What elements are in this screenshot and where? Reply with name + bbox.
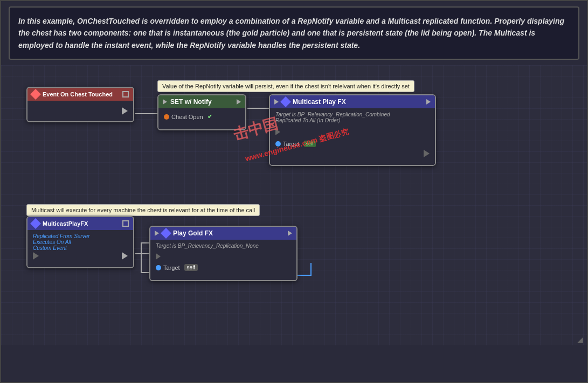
- playgold-target-pin: Target self: [156, 264, 291, 271]
- node-play-gold-fx[interactable]: Play Gold FX Target is BP_Relevancy_Repl…: [149, 226, 298, 281]
- node-multicast-title: Multicast Play FX: [293, 98, 346, 106]
- multicast2-line1: Replicated From Server: [33, 233, 128, 239]
- node-multicast2-header: MulticastPlayFX: [27, 217, 133, 230]
- node-set-exec-in: [163, 99, 167, 105]
- tooltip-repnotify: Value of the RepNotify variable will per…: [157, 80, 414, 92]
- node-set-body: Chest Open ✔: [158, 108, 245, 129]
- multicast2-square-icon: [122, 220, 129, 227]
- playgold-exec-out: [288, 231, 292, 236]
- node-event-body: [27, 101, 133, 121]
- node-multicast-play-fx-2[interactable]: MulticastPlayFX Replicated From Server E…: [26, 216, 134, 268]
- description-box: In this example, OnChestTouched is overr…: [9, 6, 579, 60]
- multicast2-exec-in: [33, 252, 39, 262]
- node-multicast-header: Multicast Play FX: [270, 95, 435, 108]
- node-multicast2-title: MulticastPlayFX: [43, 220, 88, 227]
- node-multicast-body: Target is BP_Relevancy_Replication_Combi…: [270, 108, 435, 165]
- resize-handle[interactable]: ◢: [577, 336, 585, 343]
- node-playgold-header: Play Gold FX: [150, 227, 296, 240]
- pin-target-dot2: [156, 265, 161, 270]
- pin-chest-dot: [164, 114, 169, 120]
- multicast-subtitle2: Replicated To All (In Order): [275, 117, 430, 123]
- description-text: In this example, OnChestTouched is overr…: [18, 15, 570, 51]
- multicast-exec-row: [275, 128, 430, 137]
- event-diamond-icon: [30, 89, 41, 100]
- main-container: In this example, OnChestTouched is overr…: [0, 0, 588, 383]
- playgold-subtitle: Target is BP_Relevancy_Replication_None: [156, 243, 291, 249]
- exec-arrow2-icon: [122, 252, 128, 260]
- node-playgold-title: Play Gold FX: [173, 229, 213, 237]
- node-set-title: SET w/ Notify: [170, 98, 212, 106]
- multicast2-line3: Custom Event: [33, 245, 128, 251]
- multicast-diamond-icon: [280, 96, 291, 107]
- node-event-chest-touched[interactable]: Event On Chest Touched: [26, 87, 134, 122]
- blueprint-canvas[interactable]: Value of the RepNotify variable will per…: [1, 65, 587, 345]
- node-multicast2-body: Replicated From Server Executes On All C…: [27, 230, 133, 267]
- node-event-title: Event On Chest Touched: [43, 91, 113, 98]
- event-exec-out: [122, 107, 128, 117]
- event-square-icon: [122, 91, 129, 98]
- exec-in2-icon: [33, 252, 39, 260]
- playgold-exec-row: [156, 252, 291, 262]
- multicast-exec-out: [426, 99, 431, 105]
- node-playgold-body: Target is BP_Relevancy_Replication_None …: [150, 240, 296, 280]
- exec-arrow-icon: [122, 107, 128, 115]
- multicast-in-exec: [275, 129, 280, 135]
- playgold-exec-in: [155, 231, 159, 236]
- multicast-target-pin: Target self: [275, 141, 430, 147]
- playgold-diamond-icon: [161, 228, 171, 239]
- node-set-header: SET w/ Notify: [158, 95, 245, 108]
- pin-target-dot: [275, 141, 281, 147]
- node-set-pin-chest: Chest Open ✔: [164, 113, 240, 120]
- multicast-exec-out-bottom: [424, 150, 430, 159]
- tooltip-multicast: Multicast will execute for every machine…: [26, 204, 260, 216]
- multicast2-diamond-icon: [30, 218, 41, 229]
- multicast-subtitle1: Target is BP_Relevancy_Replication_Combi…: [275, 112, 430, 117]
- multicast2-exec-out: [122, 252, 128, 262]
- multicast2-line2: Executes On All: [33, 239, 128, 245]
- node-multicast-playfx[interactable]: Multicast Play FX Target is BP_Relevancy…: [269, 94, 436, 166]
- node-set-exec-out: [237, 99, 241, 105]
- exec-out-icon: [424, 150, 430, 157]
- node-event-header: Event On Chest Touched: [27, 88, 133, 101]
- multicast-exec-in: [274, 99, 279, 105]
- node-set-notify[interactable]: SET w/ Notify Chest Open ✔: [157, 94, 246, 130]
